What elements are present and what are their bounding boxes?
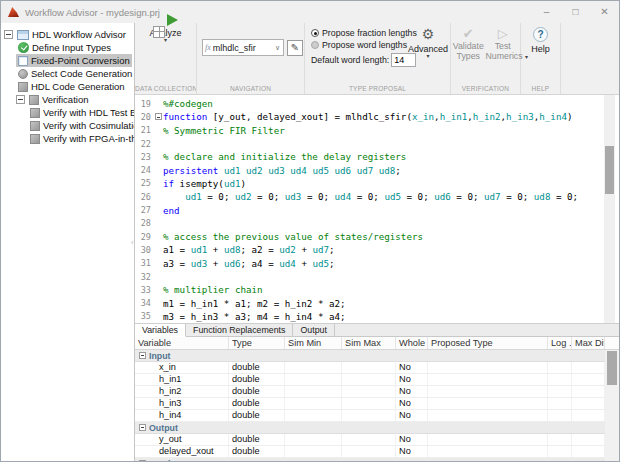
cell-log bbox=[548, 446, 572, 457]
group-collapse-icon[interactable] bbox=[139, 424, 146, 431]
tree-item-verify-with-cosimulation[interactable]: Verify with Cosimulation bbox=[1, 119, 134, 132]
toolbar-group-navigation: fx mlhdlc_sfir ∨ ✎ NAVIGATION bbox=[197, 23, 305, 94]
cell-log bbox=[548, 386, 572, 397]
column-header-max-diff[interactable]: Max Diff bbox=[572, 337, 605, 349]
group-collapse-icon[interactable] bbox=[139, 352, 146, 359]
tree-item-verify-with-fpga-in-the-loop[interactable]: Verify with FPGA-in-the-Loop bbox=[1, 132, 134, 145]
editor-line-24[interactable]: 24persistent ud1 ud2 ud3 ud4 ud5 ud6 ud7… bbox=[135, 163, 619, 176]
editor-line-19[interactable]: 19%#codegen bbox=[135, 97, 619, 110]
editor-line-30[interactable]: 30a1 = ud1 + ud8; a2 = ud2 + ud7; bbox=[135, 243, 619, 256]
line-number: 20 bbox=[135, 112, 153, 122]
code-text: a1 = ud1 + ud8; a2 = ud2 + ud7; bbox=[163, 244, 335, 255]
cell-sim-max bbox=[342, 374, 396, 385]
editor-line-34[interactable]: 34m1 = h_in1 * a1; m2 = h_in2 * a2; bbox=[135, 296, 619, 309]
edit-function-button[interactable]: ✎ bbox=[287, 40, 303, 56]
code-text: persistent ud1 ud2 ud3 ud4 ud5 ud6 ud7 u… bbox=[163, 165, 401, 176]
cell-proposed-type bbox=[428, 386, 548, 397]
table-row-x-in[interactable]: x_indoubleNo bbox=[135, 362, 605, 374]
column-header-type[interactable]: Type bbox=[229, 337, 285, 349]
editor-line-22[interactable]: 22 bbox=[135, 137, 619, 150]
square-gray-icon bbox=[30, 121, 40, 131]
radio-propose-word-lengths[interactable]: Propose word lengths bbox=[311, 40, 417, 50]
editor-line-29[interactable]: 29% access the previous value of states/… bbox=[135, 230, 619, 243]
editor-line-31[interactable]: 31a3 = ud3 + ud6; a4 = ud4 + ud5; bbox=[135, 257, 619, 270]
analyze-dropdown-arrow-icon[interactable]: ▾ bbox=[135, 38, 196, 43]
tree-item-select-code-generation-target[interactable]: Select Code Generation Target bbox=[1, 67, 134, 80]
tree-expander-icon[interactable] bbox=[16, 95, 25, 104]
function-selector-combobox[interactable]: fx mlhdlc_sfir ∨ bbox=[202, 39, 284, 56]
tab-function-replacements[interactable]: Function Replacements bbox=[186, 324, 293, 337]
code-editor[interactable]: 19%#codegen20function [y_out, delayed_xo… bbox=[135, 95, 619, 323]
editor-line-33[interactable]: 33% multiplier chain bbox=[135, 283, 619, 296]
code-text: a3 = ud3 + ud6; a4 = ud4 + ud5; bbox=[163, 258, 335, 269]
table-row-delayed-xout[interactable]: delayed_xoutdoubleNo bbox=[135, 446, 605, 458]
tree-item-hdl-code-generation[interactable]: HDL Code Generation bbox=[1, 80, 134, 93]
table-scrollbar-thumb[interactable] bbox=[607, 351, 617, 385]
help-button[interactable]: ? Help bbox=[521, 27, 560, 54]
combobox-dropdown-icon[interactable]: ∨ bbox=[272, 44, 283, 52]
group-collapse-icon[interactable] bbox=[139, 460, 146, 461]
editor-line-25[interactable]: 25if isempty(ud1) bbox=[135, 177, 619, 190]
tree-item-verify-with-hdl-test-bench[interactable]: Verify with HDL Test Bench bbox=[1, 106, 134, 119]
cell-whole: No bbox=[396, 434, 428, 445]
tree-item-hdl-workflow-advisor[interactable]: HDL Workflow Advisor bbox=[1, 28, 134, 41]
column-header-sim-min[interactable]: Sim Min bbox=[285, 337, 342, 349]
group-row-output[interactable]: Output bbox=[135, 422, 605, 434]
editor-scrollbar[interactable] bbox=[604, 95, 615, 323]
editor-line-23[interactable]: 23% declare and initialize the delay reg… bbox=[135, 150, 619, 163]
maximize-button[interactable]: □ bbox=[561, 1, 590, 23]
table-scrollbar[interactable] bbox=[605, 350, 619, 461]
test-numerics-button[interactable]: ▷ Test Numerics ▾ bbox=[486, 27, 521, 61]
editor-line-20[interactable]: 20function [y_out, delayed_xout] = mlhdl… bbox=[135, 110, 619, 123]
table-row-h-in2[interactable]: h_in2doubleNo bbox=[135, 386, 605, 398]
tree-item-define-input-types[interactable]: Define Input Types bbox=[1, 41, 134, 54]
column-header-proposed-type[interactable]: Proposed Type bbox=[428, 337, 548, 349]
tree-item-label: Select Code Generation Target bbox=[31, 68, 135, 79]
group-row-persistent[interactable]: Persistent bbox=[135, 458, 605, 461]
editor-line-26[interactable]: 26 ud1 = 0; ud2 = 0; ud3 = 0; ud4 = 0; u… bbox=[135, 190, 619, 203]
group-row-input[interactable]: Input bbox=[135, 350, 605, 362]
editor-lines: 19%#codegen20function [y_out, delayed_xo… bbox=[135, 97, 619, 323]
analyze-button[interactable]: Analyze ▾ bbox=[135, 26, 196, 43]
workflow-tree: HDL Workflow AdvisorDefine Input TypesFi… bbox=[1, 23, 135, 461]
editor-line-21[interactable]: 21% Symmetric FIR Filter bbox=[135, 124, 619, 137]
table-row-h-in3[interactable]: h_in3doubleNo bbox=[135, 398, 605, 410]
radio-propose-fraction-lengths[interactable]: Propose fraction lengths bbox=[311, 28, 417, 38]
editor-line-32[interactable]: 32 bbox=[135, 270, 619, 283]
tree-item-fixed-point-conversion[interactable]: Fixed-Point Conversion bbox=[1, 54, 134, 67]
advanced-button[interactable]: ⚙ Advanced ▾ bbox=[407, 27, 449, 59]
minimize-button[interactable]: – bbox=[532, 1, 561, 23]
tab-variables[interactable]: Variables bbox=[135, 324, 186, 337]
radio-selected-icon[interactable] bbox=[311, 29, 319, 37]
cell-proposed-type bbox=[428, 374, 548, 385]
advanced-dropdown-arrow-icon[interactable]: ▾ bbox=[407, 54, 449, 59]
tab-output[interactable]: Output bbox=[293, 324, 334, 337]
column-header-log[interactable]: Log ... bbox=[548, 337, 572, 349]
editor-scrollbar-thumb[interactable] bbox=[605, 146, 614, 194]
cell-proposed-type bbox=[428, 446, 548, 457]
active-step-icon bbox=[18, 56, 28, 66]
check-green-icon bbox=[18, 42, 29, 53]
line-number: 32 bbox=[135, 272, 153, 282]
cell-variable: h_in1 bbox=[135, 374, 229, 385]
editor-line-27[interactable]: 27end bbox=[135, 203, 619, 216]
editor-line-28[interactable]: 28 bbox=[135, 217, 619, 230]
cell-variable: y_out bbox=[135, 434, 229, 445]
cell-whole: No bbox=[396, 410, 428, 421]
title-bar[interactable]: Workflow Advisor - mydesign.prj – □ ✕ bbox=[1, 1, 619, 23]
editor-line-35[interactable]: 35m3 = h_in3 * a3; m4 = h_in4 * a4; bbox=[135, 310, 619, 323]
column-header-variable[interactable]: Variable bbox=[135, 337, 229, 349]
validate-types-button[interactable]: ✔ Validate Types bbox=[451, 27, 486, 61]
fold-collapse-icon[interactable] bbox=[155, 113, 162, 120]
code-text: % access the previous value of states/re… bbox=[163, 231, 423, 242]
radio-unselected-icon[interactable] bbox=[311, 41, 319, 49]
close-button[interactable]: ✕ bbox=[590, 1, 619, 23]
table-row-h-in4[interactable]: h_in4doubleNo bbox=[135, 410, 605, 422]
table-row-y-out[interactable]: y_outdoubleNo bbox=[135, 434, 605, 446]
tree-expander-icon[interactable] bbox=[4, 30, 13, 39]
tree-item-verification[interactable]: Verification bbox=[1, 93, 134, 106]
column-header-sim-max[interactable]: Sim Max bbox=[342, 337, 396, 349]
table-row-h-in1[interactable]: h_in1doubleNo bbox=[135, 374, 605, 386]
cell-whole: No bbox=[396, 362, 428, 373]
column-header-whole[interactable]: Whole ... bbox=[396, 337, 428, 349]
